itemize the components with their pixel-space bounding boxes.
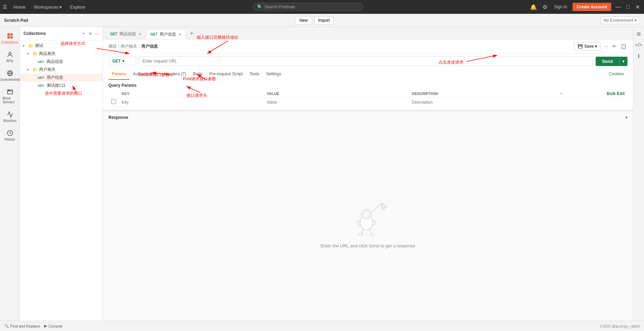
request-goods-info-label: 商品信息	[47, 59, 63, 65]
code-icon[interactable]: </>	[634, 41, 643, 49]
method-label: GET	[112, 59, 121, 64]
info-icon[interactable]: ℹ	[636, 52, 641, 60]
top-bar-left: ☰ Home Workspaces ▾ Explore	[3, 3, 87, 11]
save-button[interactable]: 💾 Save ▾	[574, 42, 601, 50]
notification-icon[interactable]: 🔔	[529, 2, 538, 12]
checkbox-header	[108, 90, 119, 98]
folder-users-label: 用户相关	[39, 67, 56, 73]
sidebar-item-environments[interactable]: Environments	[1, 67, 19, 84]
svg-point-20	[354, 209, 355, 210]
sidebar-item-collections[interactable]: Collections	[1, 30, 19, 47]
environment-selector[interactable]: No Environment ▾	[600, 17, 640, 24]
search-wrapper[interactable]: 🔍 Search Postman	[253, 3, 363, 11]
row-checkbox[interactable]	[111, 99, 116, 104]
watermark: CSDN @grumpy_rabbit	[600, 324, 640, 328]
tree-request-test-1[interactable]: ▾ GET 测试接口1	[20, 82, 103, 89]
edit-icon[interactable]: ✏	[611, 42, 617, 50]
settings-icon[interactable]: ⚙	[541, 2, 549, 12]
collections-panel-title: Collections	[23, 31, 78, 36]
tab-goods-label: 商品信息	[119, 31, 136, 37]
create-account-button[interactable]: Create Account	[573, 3, 611, 11]
req-tab-headers[interactable]: Headers (7)	[161, 69, 189, 80]
req-tab-body[interactable]: Body	[190, 69, 206, 80]
maximize-icon[interactable]: □	[625, 2, 631, 11]
close-icon[interactable]: ✕	[634, 2, 641, 12]
save-label: Save	[584, 44, 594, 49]
nav-workspaces[interactable]: Workspaces ▾	[32, 3, 64, 11]
bulk-edit-header[interactable]: Bulk Edit	[568, 90, 627, 98]
import-button[interactable]: Import	[314, 16, 334, 25]
sign-in-button[interactable]: Sign In	[551, 3, 570, 11]
tab-user-info[interactable]: GET 用户信息 ✕	[146, 29, 186, 39]
desc-input[interactable]	[412, 100, 551, 105]
hamburger-icon[interactable]: ☰	[3, 4, 7, 10]
main-content: GET 商品信息 ✕ GET 用户信息 ✕ ＋ ··· 测试 / 用户相关 / …	[103, 27, 633, 321]
environments-label: Environments	[0, 78, 20, 82]
search-bottom-icon: 🔍	[4, 324, 9, 328]
url-bar: GET ▾ Send ▾	[103, 54, 633, 69]
folder-goods-label: 商品相关	[39, 51, 56, 57]
sidebar-item-apis[interactable]: APIs	[1, 48, 19, 66]
request-area: 测试 / 用户相关 / 用户信息 💾 Save ▾ ··· ✏ 📋	[103, 39, 633, 110]
new-button[interactable]: New	[295, 16, 312, 25]
tab-close-user[interactable]: ✕	[178, 32, 182, 37]
svg-line-18	[372, 203, 382, 212]
tab-goods-info[interactable]: GET 商品信息 ✕	[106, 29, 146, 39]
query-params-title: Query Params	[108, 83, 627, 88]
send-button[interactable]: Send	[596, 57, 619, 66]
send-btn-wrapper: Send ▾	[596, 57, 627, 66]
tree-request-goods-info[interactable]: ▾ GET 商品信息	[20, 58, 103, 66]
sidebar-item-monitors[interactable]: Monitors	[1, 108, 19, 125]
tab-close-goods[interactable]: ✕	[138, 32, 142, 37]
req-tab-authorization[interactable]: Authorization	[129, 69, 161, 80]
response-label: Response	[108, 115, 128, 120]
minimize-icon[interactable]: —	[614, 2, 622, 11]
more-options-icon[interactable]: ···	[94, 30, 99, 37]
folder-users-icon: 📁	[32, 67, 38, 72]
send-dropdown-button[interactable]: ▾	[619, 57, 627, 66]
breadcrumb-user-related[interactable]: 用户相关	[121, 44, 137, 49]
req-tab-settings[interactable]: Settings	[263, 69, 285, 80]
sidebar-item-history[interactable]: History	[1, 127, 19, 144]
sidebar-item-mock-servers[interactable]: Mock Servers	[1, 86, 19, 107]
svg-point-10	[8, 90, 9, 91]
cookies-link[interactable]: Cookies	[606, 69, 627, 80]
tab-method-get: GET	[110, 32, 117, 36]
tree-folder-users[interactable]: ▾ 📁 用户相关	[20, 66, 103, 74]
add-collection-icon[interactable]: ＋	[80, 30, 87, 37]
filter-icon[interactable]: ≡	[88, 30, 92, 37]
tab-more-button[interactable]: ···	[197, 30, 206, 39]
url-input[interactable]	[139, 56, 593, 66]
req-tab-tests[interactable]: Tests	[246, 69, 263, 80]
chevron-down-icon: ▾	[23, 44, 27, 48]
save-icon: 💾	[578, 44, 583, 49]
find-replace-item[interactable]: 🔍 Find and Replace	[4, 324, 40, 328]
response-dropdown-icon[interactable]: ▾	[625, 115, 627, 120]
top-bar-right: 🔔 ⚙ Sign In Create Account — □ ✕	[529, 2, 641, 12]
value-header: VALUE	[264, 90, 409, 98]
method-select[interactable]: GET ▾	[108, 57, 136, 66]
value-input[interactable]	[267, 100, 406, 105]
more-actions-icon[interactable]: ···	[603, 42, 609, 50]
key-input[interactable]	[122, 100, 261, 105]
response-section: Response ▾	[103, 111, 633, 321]
tree-folder-goods[interactable]: ▾ 📁 商品相关	[20, 50, 103, 58]
req-tab-params[interactable]: Params	[108, 69, 129, 80]
svg-point-25	[374, 229, 376, 231]
breadcrumb-tests[interactable]: 测试	[108, 44, 117, 49]
tree-collection-root[interactable]: ▾ 📁 测试	[20, 42, 103, 50]
request-test-1-label: 测试接口1	[47, 83, 66, 88]
sidebar-icons: Collections APIs Environments Mock Serve…	[0, 27, 20, 321]
svg-point-17	[370, 234, 374, 236]
copy-icon[interactable]: 📋	[619, 42, 627, 50]
layout-icon[interactable]: ⊞	[635, 30, 642, 38]
req-tab-pre-request[interactable]: Pre-request Script	[206, 69, 246, 80]
console-item[interactable]: ▶ Console	[44, 324, 62, 328]
search-icon: 🔍	[257, 4, 262, 9]
collection-icon: 📁	[28, 44, 33, 48]
tree-request-user-info[interactable]: ▾ GET 用户信息	[20, 74, 103, 82]
tab-add-button[interactable]: ＋	[186, 28, 197, 39]
nav-explore[interactable]: Explore	[68, 3, 87, 11]
nav-home[interactable]: Home	[11, 3, 28, 11]
bottom-bar: 🔍 Find and Replace ▶ Console CSDN @grump…	[0, 321, 644, 331]
